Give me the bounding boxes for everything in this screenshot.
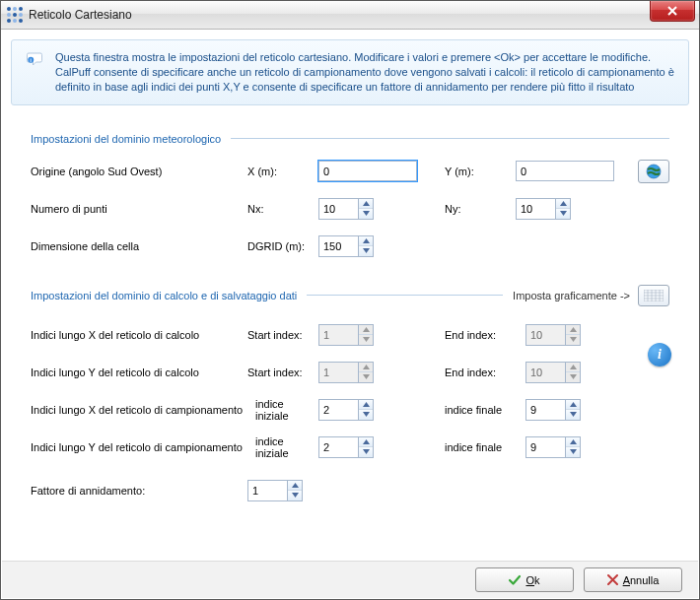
- origin-label: Origine (angolo Sud Ovest): [31, 166, 247, 177]
- cancel-button[interactable]: Annulla: [584, 567, 682, 592]
- close-icon: [667, 6, 677, 16]
- info-bubble-icon: i: [26, 50, 43, 95]
- spin-up-icon: [566, 363, 580, 373]
- close-button[interactable]: [650, 1, 695, 22]
- dgrid-spinner[interactable]: [318, 235, 374, 257]
- calc-y-start-input: [318, 362, 358, 383]
- calc-y-start-label: Start index:: [247, 367, 318, 378]
- globe-icon: [646, 164, 662, 179]
- row-calc-x: Indici lungo X del reticolo di calcolo S…: [31, 322, 669, 348]
- spin-up-icon: [359, 325, 373, 336]
- spin-up-icon[interactable]: [359, 400, 373, 411]
- samp-x-start-spinner[interactable]: [318, 399, 374, 421]
- spin-up-icon[interactable]: [359, 199, 373, 210]
- samp-y-end-label: indice finale: [425, 441, 525, 453]
- samp-y-end-input[interactable]: [525, 436, 565, 458]
- samp-x-start-label: indice iniziale: [255, 398, 318, 422]
- spin-down-icon[interactable]: [359, 246, 373, 256]
- spin-down-icon[interactable]: [359, 410, 373, 420]
- spin-up-icon[interactable]: [566, 437, 580, 448]
- row-samp-x: Indici lungo X del reticolo di campionam…: [31, 397, 669, 423]
- samp-x-start-input[interactable]: [318, 399, 358, 421]
- spin-up-icon[interactable]: [359, 437, 373, 448]
- dialog-body: Impostazioni del dominio meteorologico O…: [1, 105, 699, 503]
- spin-down-icon[interactable]: [556, 209, 570, 219]
- section2-divider: [307, 295, 503, 296]
- spin-down-icon[interactable]: [288, 491, 302, 500]
- origin-y-label: Y (m):: [425, 166, 516, 177]
- samp-y-end-spinner[interactable]: [525, 436, 581, 458]
- nest-label: Fattore di annidamento:: [31, 485, 247, 497]
- spin-down-icon: [359, 335, 373, 345]
- app-icon: [7, 7, 23, 23]
- dgrid-label: DGRID (m):: [247, 240, 318, 252]
- spin-up-icon[interactable]: [288, 481, 302, 492]
- spin-up-icon[interactable]: [556, 199, 570, 210]
- spin-up-icon[interactable]: [566, 400, 580, 411]
- nest-input[interactable]: [247, 480, 287, 501]
- calc-y-end-input: [525, 362, 565, 383]
- samp-x-end-label: indice finale: [425, 404, 525, 416]
- svg-text:i: i: [31, 58, 32, 63]
- graphical-grid-button[interactable]: [638, 285, 669, 306]
- samp-y-label: Indici lungo Y del reticolo di campionam…: [31, 441, 255, 453]
- section1-title: Impostazioni del dominio meteorologico: [31, 133, 221, 145]
- cancel-icon: [607, 574, 618, 585]
- check-icon: [509, 574, 521, 586]
- titlebar: Reticolo Cartesiano: [1, 1, 699, 30]
- ny-label: Ny:: [425, 203, 516, 215]
- origin-x-input[interactable]: [318, 161, 417, 181]
- row-calc-y: Indici lungo Y del reticolo di calcolo S…: [31, 360, 669, 385]
- samp-y-start-input[interactable]: [318, 436, 358, 458]
- dialog-footer: Ok Annulla: [2, 561, 698, 598]
- samp-y-start-spinner[interactable]: [318, 436, 374, 458]
- row-npoints: Numero di punti Nx: Ny:: [31, 196, 669, 222]
- calc-y-end-label: End index:: [425, 367, 525, 378]
- calc-y-start-spinner: [318, 362, 374, 383]
- ok-button-label: Ok: [525, 574, 539, 586]
- origin-x-label: X (m):: [247, 166, 318, 177]
- ny-input[interactable]: [516, 198, 555, 220]
- ok-button[interactable]: Ok: [475, 567, 574, 592]
- section1-divider: [231, 138, 669, 139]
- globe-button[interactable]: [638, 160, 669, 183]
- calc-y-end-spinner: [525, 362, 581, 383]
- window-title: Reticolo Cartesiano: [29, 8, 132, 22]
- calc-y-label: Indici lungo Y del reticolo di calcolo: [31, 367, 247, 378]
- calc-x-end-input: [525, 324, 565, 346]
- row-cell: Dimensione della cella DGRID (m):: [31, 233, 669, 259]
- ny-spinner[interactable]: [516, 198, 571, 220]
- cancel-button-label: Annulla: [623, 574, 660, 586]
- info-banner: i Questa finestra mostra le impostazioni…: [11, 39, 689, 105]
- row-samp-y: Indici lungo Y del reticolo di campionam…: [31, 434, 669, 460]
- graphical-label: Imposta graficamente ->: [513, 290, 630, 301]
- info-badge-icon[interactable]: i: [648, 343, 671, 367]
- cell-label: Dimensione della cella: [31, 240, 247, 252]
- row-origin: Origine (angolo Sud Ovest) X (m): Y (m):: [31, 159, 669, 184]
- section2-title: Impostazioni del dominio di calcolo e di…: [31, 290, 297, 301]
- samp-y-start-label: indice iniziale: [255, 435, 318, 459]
- info-banner-text: Questa finestra mostra le impostazioni d…: [55, 50, 674, 95]
- spin-down-icon[interactable]: [359, 209, 373, 219]
- spin-up-icon[interactable]: [359, 236, 373, 247]
- spin-down-icon[interactable]: [359, 447, 373, 457]
- dgrid-input[interactable]: [318, 235, 358, 257]
- section1-header: Impostazioni del dominio meteorologico: [31, 133, 669, 145]
- samp-x-end-input[interactable]: [525, 399, 565, 421]
- origin-y-input[interactable]: [516, 161, 614, 181]
- spin-down-icon: [359, 372, 373, 382]
- nx-input[interactable]: [318, 198, 358, 220]
- spin-down-icon[interactable]: [566, 410, 580, 420]
- section2-header: Impostazioni del dominio di calcolo e di…: [31, 285, 669, 306]
- spin-down-icon: [566, 372, 580, 382]
- calc-x-end-label: End index:: [425, 329, 525, 341]
- spin-up-icon: [359, 363, 373, 373]
- calc-x-label: Indici lungo X del reticolo di calcolo: [31, 329, 247, 341]
- npoints-label: Numero di punti: [31, 203, 247, 215]
- calc-x-end-spinner: [525, 324, 581, 346]
- spin-down-icon[interactable]: [566, 447, 580, 457]
- nest-spinner[interactable]: [247, 480, 303, 501]
- nx-spinner[interactable]: [318, 198, 374, 220]
- samp-x-end-spinner[interactable]: [525, 399, 581, 421]
- dialog-window: Reticolo Cartesiano i Questa finestra mo…: [0, 0, 700, 600]
